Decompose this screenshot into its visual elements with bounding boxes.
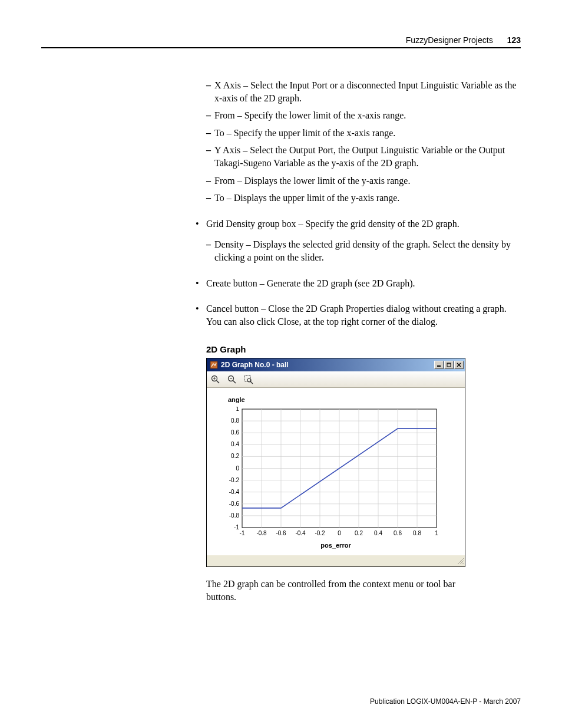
bullet-item: Grid Density group box – Specify the gri… [190, 218, 521, 264]
dash-item: From – Displays the lower limit of the y… [206, 174, 521, 187]
zoom-in-button[interactable] [209, 373, 222, 386]
bullet-text: Grid Density group box – Specify the gri… [206, 219, 459, 229]
svg-text:0.2: 0.2 [355, 530, 363, 536]
svg-text:-0.6: -0.6 [276, 530, 286, 536]
svg-text:-0.8: -0.8 [229, 512, 240, 519]
dash-item: X Axis – Select the Input Port or a disc… [206, 79, 521, 104]
svg-text:0.2: 0.2 [231, 453, 239, 460]
y-axis-label: angle [228, 396, 453, 403]
svg-line-59 [462, 563, 464, 564]
svg-text:-0.2: -0.2 [229, 477, 240, 483]
svg-text:0.8: 0.8 [413, 530, 421, 536]
svg-text:0.4: 0.4 [231, 442, 239, 448]
plot-area: angle -1-0.8-0.6-0.4-0.200.20.40.60.8110… [207, 388, 465, 555]
svg-text:-1: -1 [234, 524, 239, 531]
zoom-out-button[interactable] [226, 373, 239, 386]
x-axis-label: pos_error [219, 542, 453, 549]
svg-text:0: 0 [236, 465, 239, 472]
svg-line-11 [233, 380, 236, 383]
statusbar [207, 555, 465, 566]
graph-window: 2D Graph No.0 - ball [206, 358, 465, 567]
header-page-number: 123 [507, 35, 521, 45]
bullet-item: Create button – Generate the 2D graph (s… [190, 277, 521, 290]
svg-text:0.6: 0.6 [394, 530, 402, 536]
page-footer: Publication LOGIX-UM004A-EN-P - March 20… [370, 697, 521, 706]
maximize-button[interactable] [444, 361, 454, 369]
svg-line-7 [217, 380, 220, 383]
svg-text:-0.4: -0.4 [295, 530, 306, 536]
sub-dash-item: Density – Displays the selected grid den… [206, 238, 521, 263]
svg-text:-0.8: -0.8 [256, 530, 267, 536]
bullet-item: Cancel button – Close the 2D Graph Prope… [190, 302, 521, 328]
svg-text:-1: -1 [240, 530, 245, 536]
page-header: FuzzyDesigner Projects 123 [41, 35, 521, 48]
after-paragraph: The 2D graph can be controlled from the … [206, 578, 485, 603]
toolbar [207, 371, 465, 388]
bullet-list: Grid Density group box – Specify the gri… [190, 218, 521, 328]
svg-text:-0.4: -0.4 [229, 489, 240, 495]
window-title: 2D Graph No.0 - ball [221, 361, 289, 369]
svg-text:-0.6: -0.6 [229, 500, 240, 507]
zoom-region-button[interactable] [242, 373, 255, 386]
app-icon [209, 360, 219, 370]
section-title: 2D Graph [206, 344, 521, 354]
svg-text:0: 0 [338, 530, 341, 536]
svg-line-15 [250, 381, 253, 384]
dash-item: To – Displays the upper limit of the y-a… [206, 192, 521, 205]
svg-text:0.4: 0.4 [374, 530, 382, 536]
dash-item: To – Specify the upper limit of the x-ax… [206, 127, 521, 140]
window-titlebar[interactable]: 2D Graph No.0 - ball [207, 358, 465, 371]
svg-rect-0 [210, 361, 217, 368]
close-button[interactable] [454, 361, 464, 369]
svg-text:1: 1 [435, 530, 438, 536]
sub-dash-list: Density – Displays the selected grid den… [206, 238, 521, 263]
chart-plot: -1-0.8-0.6-0.4-0.200.20.40.60.8110.80.60… [219, 407, 442, 539]
minimize-button[interactable] [434, 361, 444, 369]
bullet-text: Cancel button – Close the 2D Graph Prope… [206, 304, 507, 327]
header-chapter: FuzzyDesigner Projects [406, 35, 493, 45]
dash-item: Y Axis – Select the Output Port, the Out… [206, 144, 521, 169]
svg-text:0.6: 0.6 [231, 430, 239, 436]
resize-grip-icon[interactable] [457, 557, 464, 565]
dash-item: From – Specify the lower limit of the x-… [206, 109, 521, 122]
svg-text:1: 1 [236, 407, 239, 412]
dash-list: X Axis – Select the Input Port or a disc… [206, 79, 521, 205]
bullet-text: Create button – Generate the 2D graph (s… [206, 278, 415, 288]
svg-text:0.8: 0.8 [231, 417, 239, 424]
svg-text:-0.2: -0.2 [315, 530, 325, 536]
